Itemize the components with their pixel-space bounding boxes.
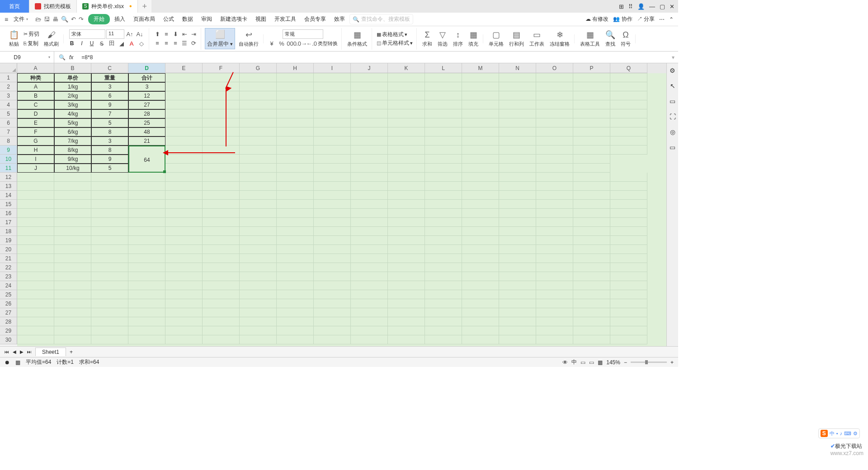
cell[interactable]	[499, 127, 536, 136]
cell[interactable]	[610, 308, 647, 317]
cell[interactable]	[351, 281, 388, 290]
cell[interactable]	[536, 173, 573, 182]
cell[interactable]	[425, 155, 462, 164]
cell[interactable]	[573, 182, 610, 191]
row-header-10[interactable]: 10	[0, 155, 17, 164]
cell[interactable]: 9	[91, 100, 128, 109]
cell[interactable]	[54, 263, 91, 272]
cell[interactable]	[388, 146, 425, 155]
cell[interactable]	[277, 299, 314, 308]
bold-icon[interactable]: B	[67, 39, 76, 48]
border-icon[interactable]: 田	[107, 39, 116, 48]
cells-button[interactable]: ▢单元格	[487, 30, 505, 47]
cell[interactable]	[425, 326, 462, 335]
zoom-in-button[interactable]: +	[670, 359, 674, 366]
cell[interactable]	[425, 182, 462, 191]
cell[interactable]	[499, 200, 536, 209]
indent-inc-icon[interactable]: ⇥	[189, 30, 198, 39]
cell[interactable]	[425, 136, 462, 146]
cell[interactable]	[314, 335, 351, 344]
row-header-12[interactable]: 12	[0, 173, 17, 182]
cell[interactable]	[499, 191, 536, 200]
cell[interactable]	[573, 136, 610, 146]
cell[interactable]	[388, 91, 425, 100]
align-top-icon[interactable]: ⬆	[153, 30, 162, 39]
cell[interactable]	[240, 254, 277, 263]
cell[interactable]	[610, 299, 647, 308]
cell[interactable]	[240, 218, 277, 227]
cell[interactable]	[54, 200, 91, 209]
cell[interactable]	[165, 326, 203, 335]
cell[interactable]	[351, 73, 388, 82]
cell[interactable]	[573, 218, 610, 227]
grid[interactable]: ABCDEFGHIJKLMNOPQ 1234567891011121314151…	[0, 63, 666, 346]
cell[interactable]	[314, 109, 351, 118]
cell[interactable]	[351, 136, 388, 146]
cell[interactable]	[536, 326, 573, 335]
cell[interactable]	[462, 136, 499, 146]
cell[interactable]: 3	[91, 82, 128, 91]
cell[interactable]	[240, 245, 277, 254]
cell[interactable]	[536, 281, 573, 290]
cell[interactable]	[128, 299, 165, 308]
cell[interactable]	[351, 100, 388, 109]
col-header-C[interactable]: C	[91, 63, 128, 73]
cell[interactable]: 3	[128, 82, 165, 91]
number-format-select[interactable]: 常规	[283, 29, 323, 39]
view-normal-icon[interactable]: ▭	[580, 359, 585, 366]
cell[interactable]	[462, 254, 499, 263]
cell[interactable]	[499, 136, 536, 146]
cell[interactable]	[536, 263, 573, 272]
symbol-button[interactable]: Ω符号	[619, 30, 632, 47]
cell[interactable]	[203, 164, 240, 173]
book-icon[interactable]: ▭	[670, 144, 675, 151]
row-header-26[interactable]: 26	[0, 299, 17, 308]
row-header-17[interactable]: 17	[0, 218, 17, 227]
strike-icon[interactable]: S̶	[97, 39, 106, 48]
cell[interactable]	[203, 182, 240, 191]
cell[interactable]	[573, 82, 610, 91]
cell[interactable]	[277, 218, 314, 227]
cell[interactable]	[17, 335, 54, 344]
cell[interactable]	[203, 82, 240, 91]
cell[interactable]	[203, 308, 240, 317]
cell[interactable]	[203, 109, 240, 118]
cell[interactable]	[91, 227, 128, 236]
cell[interactable]	[54, 299, 91, 308]
cell[interactable]	[610, 218, 647, 227]
cell[interactable]	[91, 209, 128, 218]
cell[interactable]: 48	[128, 127, 165, 136]
cell[interactable]	[277, 155, 314, 164]
cell[interactable]	[277, 335, 314, 344]
font-color-icon[interactable]: A	[127, 39, 136, 48]
cell[interactable]	[351, 299, 388, 308]
cell[interactable]	[240, 155, 277, 164]
cell[interactable]	[425, 245, 462, 254]
cell[interactable]	[425, 317, 462, 326]
cell[interactable]	[203, 118, 240, 127]
cell[interactable]	[610, 317, 647, 326]
cell[interactable]	[610, 109, 647, 118]
cell[interactable]	[17, 254, 54, 263]
cell[interactable]	[91, 245, 128, 254]
cell[interactable]	[165, 290, 203, 299]
cell[interactable]	[425, 299, 462, 308]
cell[interactable]	[610, 200, 647, 209]
cell[interactable]	[165, 272, 203, 281]
row-header-7[interactable]: 7	[0, 127, 17, 136]
cell[interactable]	[462, 245, 499, 254]
cell[interactable]: 9/kg	[54, 155, 91, 164]
cell[interactable]	[573, 146, 610, 155]
cell[interactable]: G	[17, 136, 54, 146]
cell[interactable]: 重量	[91, 73, 128, 82]
cell[interactable]	[203, 73, 240, 82]
cell[interactable]	[351, 182, 388, 191]
wrap-text-button[interactable]: ↩自动换行	[237, 30, 260, 47]
cell[interactable]	[277, 308, 314, 317]
cell[interactable]	[536, 245, 573, 254]
cell[interactable]	[573, 173, 610, 182]
cell[interactable]	[573, 299, 610, 308]
cell[interactable]	[388, 335, 425, 344]
menu-layout[interactable]: 页面布局	[130, 14, 159, 25]
cell[interactable]	[17, 236, 54, 245]
